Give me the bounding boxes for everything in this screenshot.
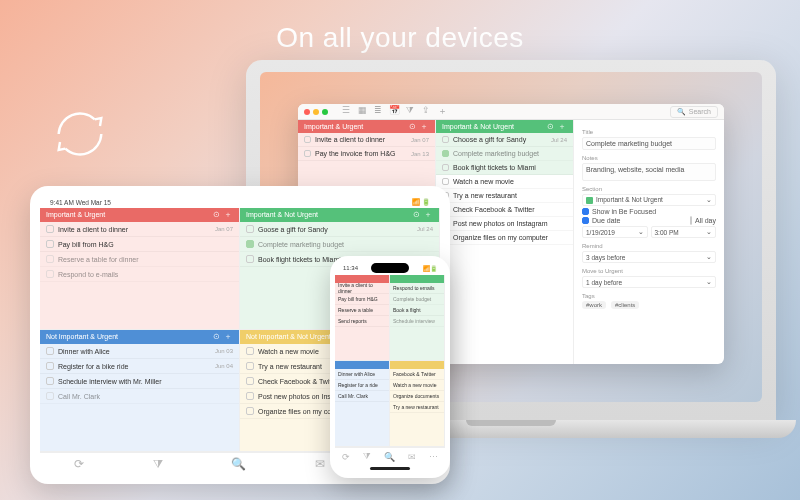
detail-notes-label: Notes bbox=[582, 155, 716, 161]
marketing-headline: On all your devices bbox=[0, 22, 800, 54]
traffic-close[interactable] bbox=[304, 109, 310, 115]
detail-notes-field[interactable]: Branding, website, social media bbox=[582, 163, 716, 181]
show-in-focused-row[interactable]: Show in Be Focused bbox=[582, 208, 716, 215]
task-item[interactable]: Schedule interview with Mr. Miller bbox=[40, 374, 239, 389]
search-input[interactable]: 🔍 Search bbox=[670, 106, 718, 118]
task-item[interactable]: Organize documents bbox=[390, 391, 444, 402]
task-item[interactable]: Register for a bike rideJun 04 bbox=[40, 359, 239, 374]
ip-q3-header[interactable] bbox=[335, 361, 389, 369]
task-item[interactable]: Complete marketing budget bbox=[240, 237, 439, 252]
task-item[interactable]: Choose a gift for SandyJul 24 bbox=[436, 133, 573, 147]
task-item[interactable]: Invite a client to dinnerJan 07 bbox=[298, 133, 435, 147]
task-item[interactable]: Reserve a table for dinner bbox=[40, 252, 239, 267]
move-select[interactable]: 1 day before⌄ bbox=[582, 276, 716, 288]
checkbox[interactable] bbox=[304, 150, 311, 157]
ip-q4-header[interactable] bbox=[390, 361, 444, 369]
task-item[interactable]: Pay bill from H&G bbox=[335, 294, 389, 305]
task-item[interactable]: Organize files on my computer bbox=[436, 231, 573, 245]
task-item[interactable]: Reserve a table bbox=[335, 305, 389, 316]
task-item[interactable]: Invite a client to dinnerJan 07 bbox=[40, 222, 239, 237]
task-item[interactable]: Pay bill from H&G bbox=[40, 237, 239, 252]
checkbox[interactable] bbox=[442, 136, 449, 143]
task-date: Jul 24 bbox=[551, 137, 567, 143]
task-item[interactable]: Check Facebook & Twitter bbox=[436, 203, 573, 217]
tags-field[interactable]: #work #clients bbox=[582, 301, 716, 309]
search-tab-icon[interactable]: 🔍 bbox=[231, 457, 246, 471]
task-item[interactable]: Respond to emails bbox=[390, 283, 444, 294]
task-item[interactable]: Watch a new movie bbox=[390, 380, 444, 391]
toolbar-icons: ☰ ▦ ≣ 📅 ⧩ ⇪ ＋ bbox=[341, 105, 447, 118]
plus-icon[interactable]: ＋ bbox=[437, 105, 447, 118]
detail-title-field[interactable]: Complete marketing budget bbox=[582, 137, 716, 150]
all-day-label: All day bbox=[695, 217, 716, 224]
checkbox[interactable] bbox=[442, 164, 449, 171]
filter-tab-icon[interactable]: ⧩ bbox=[153, 457, 163, 471]
inbox-tab-icon[interactable]: ✉︎ bbox=[408, 452, 416, 462]
due-date-row[interactable]: Due date All day bbox=[582, 217, 716, 224]
chevron-updown-icon: ⌄ bbox=[706, 196, 712, 204]
all-day-checkbox[interactable] bbox=[690, 216, 692, 225]
search-tab-icon[interactable]: 🔍 bbox=[384, 452, 395, 462]
due-time-field[interactable]: 3:00 PM⌄ bbox=[651, 226, 717, 238]
tag-chip[interactable]: #clients bbox=[611, 301, 639, 309]
more-tab-icon[interactable]: ⋯ bbox=[429, 452, 438, 462]
task-item[interactable]: Book a flight bbox=[390, 305, 444, 316]
task-item[interactable]: Try a new restaurant bbox=[390, 402, 444, 413]
q1-header-actions[interactable]: ⊙ ＋ bbox=[409, 120, 429, 133]
task-item[interactable]: Watch a new movie bbox=[436, 175, 573, 189]
ip-q2-header[interactable] bbox=[390, 275, 444, 283]
remind-select[interactable]: 3 days before⌄ bbox=[582, 251, 716, 263]
checkbox[interactable] bbox=[442, 178, 449, 185]
sync-tab-icon[interactable]: ⟳ bbox=[342, 452, 350, 462]
mac-q1-header[interactable]: Important & Urgent ⊙ ＋ bbox=[298, 120, 435, 133]
search-placeholder: Search bbox=[689, 108, 711, 115]
detail-section-select[interactable]: Important & Not Urgent ⌄ bbox=[582, 194, 716, 206]
task-item[interactable]: Schedule interview bbox=[390, 316, 444, 327]
task-item[interactable]: Call Mr. Clark bbox=[40, 389, 239, 404]
checkbox[interactable] bbox=[304, 136, 311, 143]
task-item[interactable]: Try a new restaurant bbox=[436, 189, 573, 203]
due-date-checkbox[interactable] bbox=[582, 217, 589, 224]
grid-view-icon[interactable]: ▦ bbox=[357, 105, 367, 118]
due-date-field[interactable]: 1/19/2019⌄ bbox=[582, 226, 648, 238]
task-item[interactable]: Pay the invoice from H&GJan 13 bbox=[298, 147, 435, 161]
calendar-icon[interactable]: 📅 bbox=[389, 105, 399, 118]
mac-q2-header[interactable]: Important & Not Urgent ⊙ ＋ bbox=[436, 120, 573, 133]
q2-header-actions[interactable]: ⊙ ＋ bbox=[547, 120, 567, 133]
task-item[interactable]: Dinner with AliceJun 03 bbox=[40, 344, 239, 359]
task-item[interactable]: Respond to e-mails bbox=[40, 267, 239, 282]
ipad-q2-header[interactable]: Important & Not Urgent⊙ ＋ bbox=[240, 208, 439, 222]
task-date: Jan 07 bbox=[411, 137, 429, 143]
task-item[interactable]: Invite a client to dinner bbox=[335, 283, 389, 294]
task-item[interactable]: Send reports bbox=[335, 316, 389, 327]
traffic-minimize[interactable] bbox=[313, 109, 319, 115]
task-item[interactable]: Complete budget bbox=[390, 294, 444, 305]
task-item[interactable]: Call Mr. Clark bbox=[335, 391, 389, 402]
section-value: Important & Not Urgent bbox=[596, 196, 663, 203]
filter-icon[interactable]: ⧩ bbox=[405, 105, 415, 118]
sidebar-toggle-icon[interactable]: ☰ bbox=[341, 105, 351, 118]
checkbox[interactable] bbox=[442, 150, 449, 157]
search-icon: 🔍 bbox=[677, 108, 686, 116]
mac-q2-list: Choose a gift for SandyJul 24 Complete m… bbox=[436, 133, 573, 175]
remind-label: Remind bbox=[582, 243, 716, 249]
filter-tab-icon[interactable]: ⧩ bbox=[363, 451, 371, 462]
inbox-tab-icon[interactable]: ✉︎ bbox=[315, 457, 325, 471]
ipad-q3-header[interactable]: Not Important & Urgent⊙ ＋ bbox=[40, 330, 239, 344]
task-item[interactable]: Book flight tickets to Miami bbox=[436, 161, 573, 175]
status-time: 11:34 bbox=[343, 265, 358, 271]
task-item[interactable]: Facebook & Twitter bbox=[390, 369, 444, 380]
task-item[interactable]: Dinner with Alice bbox=[335, 369, 389, 380]
show-in-focused-checkbox[interactable] bbox=[582, 208, 589, 215]
task-item[interactable]: Register for a ride bbox=[335, 380, 389, 391]
traffic-zoom[interactable] bbox=[322, 109, 328, 115]
share-icon[interactable]: ⇪ bbox=[421, 105, 431, 118]
task-item[interactable]: Post new photos on Instagram bbox=[436, 217, 573, 231]
tag-chip[interactable]: #work bbox=[582, 301, 606, 309]
ipad-q1-header[interactable]: Important & Urgent⊙ ＋ bbox=[40, 208, 239, 222]
sync-tab-icon[interactable]: ⟳ bbox=[74, 457, 84, 471]
task-item[interactable]: Goose a gift for SandyJul 24 bbox=[240, 222, 439, 237]
list-view-icon[interactable]: ≣ bbox=[373, 105, 383, 118]
task-item[interactable]: Complete marketing budget bbox=[436, 147, 573, 161]
home-indicator[interactable] bbox=[370, 467, 410, 470]
